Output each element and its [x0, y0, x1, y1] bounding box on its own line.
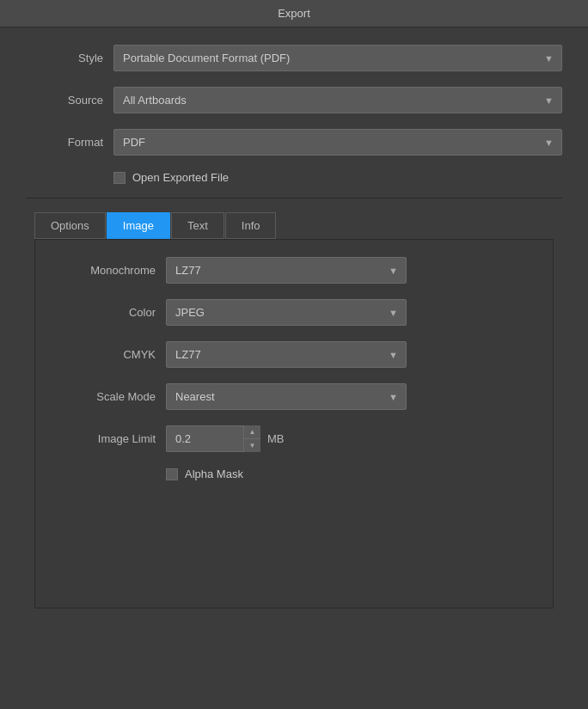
tabs-bar: Options Image Text Info: [34, 212, 562, 239]
scale-mode-select[interactable]: Nearest Bilinear Bicubic: [166, 383, 407, 410]
alpha-mask-checkbox[interactable]: [166, 468, 178, 480]
main-content: Style Portable Document Format (PDF) SVG…: [0, 28, 588, 626]
color-row: Color JPEG LZ77 None ▼: [52, 299, 536, 326]
color-select-wrapper: JPEG LZ77 None ▼: [166, 299, 407, 326]
cmyk-label: CMYK: [52, 348, 156, 361]
style-row: Style Portable Document Format (PDF) SVG…: [26, 45, 562, 71]
spinner-down-button[interactable]: ▼: [244, 439, 260, 452]
style-select-wrapper: Portable Document Format (PDF) SVG PNG ▼: [113, 45, 562, 71]
mb-label: MB: [267, 432, 285, 445]
source-row: Source All Artboards Current Artboard Se…: [26, 87, 562, 113]
tab-info[interactable]: Info: [225, 212, 277, 239]
source-select[interactable]: All Artboards Current Artboard Selection: [113, 87, 562, 113]
spinner-buttons: ▲ ▼: [243, 425, 260, 452]
format-select-wrapper: PDF SVG PNG JPEG ▼: [113, 129, 562, 156]
format-label: Format: [26, 136, 103, 149]
source-label: Source: [26, 94, 103, 107]
open-exported-row: Open Exported File: [113, 171, 562, 184]
style-label: Style: [26, 52, 103, 64]
scale-mode-label: Scale Mode: [52, 390, 156, 403]
tab-panel-image: Monochrome LZ77 CCITT None ▼ Color JPEG …: [34, 239, 554, 608]
alpha-mask-row: Alpha Mask: [166, 468, 536, 480]
tab-image[interactable]: Image: [107, 212, 170, 239]
style-select[interactable]: Portable Document Format (PDF) SVG PNG: [113, 45, 562, 71]
cmyk-select[interactable]: LZ77 JPEG None: [166, 341, 407, 368]
image-limit-spinner: ▲ ▼: [166, 425, 260, 452]
divider: [26, 198, 562, 199]
image-limit-label: Image Limit: [52, 432, 156, 445]
monochrome-label: Monochrome: [52, 264, 156, 277]
color-select[interactable]: JPEG LZ77 None: [166, 299, 407, 326]
source-select-wrapper: All Artboards Current Artboard Selection…: [113, 87, 562, 113]
color-label: Color: [52, 306, 156, 319]
image-limit-row: Image Limit ▲ ▼ MB: [52, 425, 536, 452]
cmyk-select-wrapper: LZ77 JPEG None ▼: [166, 341, 407, 368]
alpha-mask-label: Alpha Mask: [185, 468, 243, 480]
open-exported-checkbox[interactable]: [113, 172, 126, 184]
open-exported-label: Open Exported File: [132, 171, 229, 184]
monochrome-select-wrapper: LZ77 CCITT None ▼: [166, 257, 407, 284]
format-select[interactable]: PDF SVG PNG JPEG: [113, 129, 562, 156]
app-title: Export: [278, 7, 310, 20]
tab-text[interactable]: Text: [171, 212, 224, 239]
spinner-up-button[interactable]: ▲: [244, 425, 260, 439]
tab-options[interactable]: Options: [34, 212, 106, 239]
scale-mode-row: Scale Mode Nearest Bilinear Bicubic ▼: [52, 383, 536, 410]
monochrome-row: Monochrome LZ77 CCITT None ▼: [52, 257, 536, 284]
cmyk-row: CMYK LZ77 JPEG None ▼: [52, 341, 536, 368]
format-row: Format PDF SVG PNG JPEG ▼: [26, 129, 562, 156]
monochrome-select[interactable]: LZ77 CCITT None: [166, 257, 407, 284]
scale-mode-select-wrapper: Nearest Bilinear Bicubic ▼: [166, 383, 407, 410]
title-bar: Export: [0, 0, 588, 28]
